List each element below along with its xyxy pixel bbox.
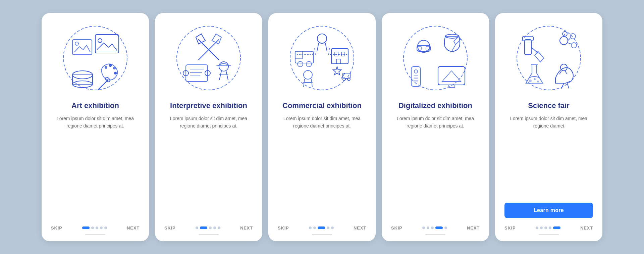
svg-rect-19: [186, 65, 208, 82]
dot-2: [544, 226, 547, 229]
art-exhibition-illustration: [58, 21, 132, 95]
svg-line-47: [452, 45, 455, 51]
card-body: Lorem ipsum dolor sit dim amet, mea regi…: [51, 115, 140, 218]
svg-point-30: [306, 61, 312, 67]
svg-rect-58: [523, 36, 533, 41]
svg-point-35: [304, 70, 312, 79]
svg-marker-36: [333, 67, 341, 75]
svg-point-10: [113, 67, 116, 69]
skip-button[interactable]: SKIP: [51, 225, 62, 231]
card-science-fair: Science fair Lorem ipsum dolor sit dim a…: [495, 13, 602, 241]
svg-point-11: [114, 72, 117, 74]
dot-4: [104, 226, 107, 229]
pagination-dots: [309, 226, 334, 229]
card-footer: SKIP NEXT: [278, 223, 366, 231]
dot-4: [553, 226, 560, 229]
svg-rect-33: [341, 52, 345, 56]
svg-point-56: [517, 26, 581, 90]
svg-rect-57: [525, 40, 531, 55]
svg-rect-34: [336, 59, 340, 64]
commercial-exhibition-illustration: [285, 21, 359, 95]
learn-more-button[interactable]: Learn more: [504, 203, 593, 218]
card-interpretive-exhibition: Interpretive exhibition Lorem ipsum dolo…: [155, 13, 262, 241]
svg-rect-31: [331, 49, 348, 64]
svg-point-61: [571, 43, 577, 48]
svg-rect-32: [335, 52, 338, 56]
card-footer: SKIP NEXT: [391, 223, 480, 231]
svg-point-40: [404, 26, 467, 90]
card-digitalized-exhibition: Digitalized exhibition Lorem ipsum dolor…: [382, 13, 489, 241]
card-divider: [425, 234, 445, 235]
dot-2: [209, 226, 212, 229]
svg-point-60: [570, 34, 576, 39]
dot-0: [82, 226, 90, 229]
card-body: Lorem ipsum dolor sit dim amet, mea regi…: [504, 115, 593, 199]
svg-point-4: [75, 42, 78, 45]
card-divider: [539, 234, 559, 235]
dot-2: [96, 226, 98, 229]
svg-rect-48: [438, 66, 465, 85]
card-divider: [85, 234, 105, 235]
svg-rect-3: [72, 40, 92, 55]
dot-3: [100, 226, 103, 229]
dot-2: [318, 226, 325, 229]
card-title: Commercial exhibition: [282, 101, 362, 110]
svg-point-2: [98, 39, 102, 43]
card-body: Lorem ipsum dolor sit dim amet, mea regi…: [278, 115, 366, 218]
card-footer: SKIP NEXT: [504, 223, 593, 231]
dot-3: [435, 226, 443, 229]
dot-0: [196, 226, 198, 229]
card-divider: [199, 234, 219, 235]
dot-0: [309, 226, 312, 229]
card-title: Science fair: [528, 101, 570, 110]
card-title: Interpretive exhibition: [170, 101, 247, 110]
skip-button[interactable]: SKIP: [504, 225, 516, 231]
science-fair-illustration: [512, 21, 586, 95]
dot-3: [213, 226, 216, 229]
svg-point-26: [317, 34, 327, 43]
interpretive-exhibition-illustration: [172, 21, 246, 95]
svg-point-17: [219, 62, 228, 71]
skip-button[interactable]: SKIP: [278, 225, 289, 231]
dot-1: [200, 226, 207, 229]
svg-line-63: [568, 38, 570, 41]
cards-container: Art exhibition Lorem ipsum dolor sit dim…: [28, 3, 616, 251]
card-divider: [312, 234, 332, 235]
svg-rect-55: [414, 80, 418, 82]
card-commercial-exhibition: Commercial exhibition Lorem ipsum dolor …: [268, 13, 376, 241]
skip-button[interactable]: SKIP: [164, 225, 176, 231]
pagination-dots: [82, 226, 107, 229]
card-title: Art exhibition: [71, 101, 119, 110]
dot-4: [331, 226, 334, 229]
svg-point-62: [562, 32, 567, 36]
svg-rect-54: [414, 78, 418, 79]
dot-0: [422, 226, 425, 229]
dot-1: [313, 226, 316, 229]
card-art-exhibition: Art exhibition Lorem ipsum dolor sit dim…: [42, 13, 149, 241]
svg-point-69: [537, 81, 539, 83]
dot-3: [549, 226, 551, 229]
svg-point-52: [414, 70, 418, 73]
next-button[interactable]: NEXT: [127, 225, 140, 231]
card-footer: SKIP NEXT: [51, 223, 140, 231]
dot-4: [218, 226, 220, 229]
next-button[interactable]: NEXT: [467, 225, 480, 231]
svg-line-71: [561, 83, 564, 88]
pagination-dots: [422, 226, 447, 229]
card-title: Digitalized exhibition: [398, 101, 472, 110]
dot-1: [427, 226, 429, 229]
card-footer: SKIP NEXT: [164, 223, 253, 231]
svg-rect-28: [295, 51, 303, 59]
svg-rect-53: [414, 75, 418, 76]
skip-button[interactable]: SKIP: [391, 225, 402, 231]
next-button[interactable]: NEXT: [580, 225, 593, 231]
dot-3: [327, 226, 329, 229]
svg-line-12: [98, 80, 108, 90]
svg-rect-27: [295, 51, 314, 63]
svg-point-9: [109, 64, 112, 67]
card-body: Lorem ipsum dolor sit dim amet, mea regi…: [391, 115, 480, 218]
svg-point-67: [529, 80, 532, 82]
pagination-dots: [536, 226, 560, 229]
next-button[interactable]: NEXT: [354, 225, 366, 231]
next-button[interactable]: NEXT: [240, 225, 253, 231]
